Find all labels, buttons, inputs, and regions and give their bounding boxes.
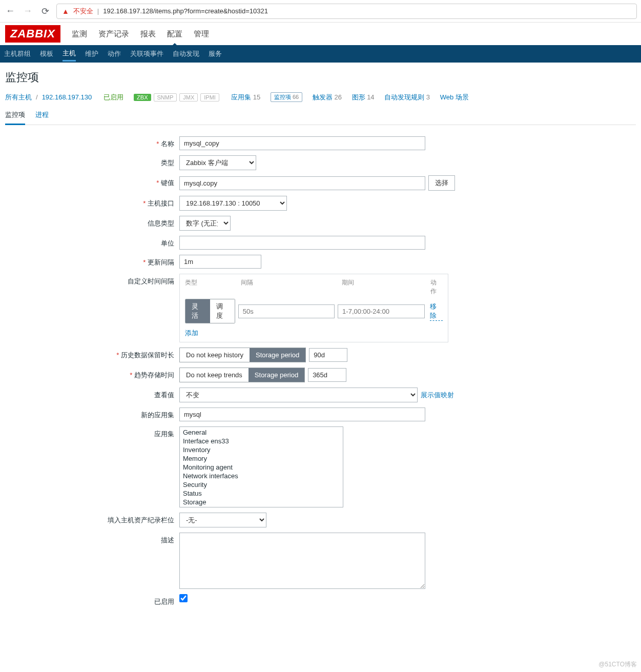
interval-type-toggle: 灵活 调度 [185,299,235,323]
top-nav: ZABBIX 监测 资产记录 报表 配置 管理 [0,23,641,45]
nav-configuration[interactable]: 配置 [167,29,182,39]
app-opt[interactable]: Status [182,489,341,498]
name-input[interactable] [179,136,425,150]
bc-items-count: 66 [293,94,299,100]
app-opt[interactable]: Storage [182,498,341,506]
tab-item[interactable]: 监控项 [5,110,25,125]
lbl-history: 历史数据保留时长 [26,348,179,360]
inventory-select[interactable]: -无- [179,513,266,527]
browser-bar: ← → ⟳ ▲ 不安全 | 192.168.197.128/items.php?… [0,0,641,23]
app-opt[interactable]: Zabbix raw items [182,506,341,507]
app-opt[interactable]: Memory [182,454,341,463]
app-opt[interactable]: Monitoring agent [182,463,341,472]
lbl-key: 键值 [26,175,179,188]
unit-input[interactable] [179,236,425,250]
tabs: 监控项 进程 [5,110,636,125]
tab-process[interactable]: 进程 [35,110,49,125]
bc-discovery-count: 3 [426,93,430,101]
breadcrumb: 所有主机 / 192.168.197.130 已启用 ZBX SNMP JMX … [5,92,636,102]
ci-remove-link[interactable]: 移除 [430,302,443,321]
subnav-templates[interactable]: 模板 [40,49,53,58]
bc-apps[interactable]: 应用集 [231,93,251,101]
app-opt[interactable]: General [182,428,341,437]
type-select[interactable]: Zabbix 客户端 [179,155,256,170]
history-nokeep[interactable]: Do not keep history [180,348,250,362]
url-text: 192.168.197.128/items.php?form=create&ho… [103,7,268,15]
update-input[interactable] [179,255,261,269]
sub-nav: 主机群组 模板 主机 维护 动作 关联项事件 自动发现 服务 [0,45,641,63]
forward-icon[interactable]: → [22,5,34,17]
reload-icon[interactable]: ⟳ [39,5,51,17]
trends-input[interactable] [308,368,346,382]
subnav-hosts[interactable]: 主机 [63,49,76,62]
history-toggle: Do not keep history Storage period [179,348,306,362]
lbl-newapp: 新的应用集 [26,408,179,420]
address-bar[interactable]: ▲ 不安全 | 192.168.197.128/items.php?form=c… [56,4,637,19]
ci-add-link[interactable]: 添加 [185,329,443,338]
lbl-enabled: 已启用 [26,594,179,606]
back-icon[interactable]: ← [4,5,16,17]
ih-interval: 间隔 [241,278,342,296]
lbl-apps: 应用集 [26,426,179,439]
nav-reports[interactable]: 报表 [140,29,156,39]
select-key-button[interactable]: 选择 [428,175,455,191]
bc-triggers[interactable]: 触发器 [313,93,333,101]
trends-storage[interactable]: Storage period [249,368,304,382]
history-input[interactable] [309,348,347,362]
logo[interactable]: ZABBIX [5,25,60,43]
insecure-label: 不安全 [73,7,93,16]
bc-graphs[interactable]: 图形 [352,93,365,101]
app-opt[interactable]: Network interfaces [182,472,341,480]
interval-box: 类型 间隔 期间 动作 灵活 调度 移除 添加 [179,274,448,342]
bc-graphs-count: 14 [367,93,374,101]
bc-host[interactable]: 192.168.197.130 [42,93,92,101]
ci-interval-input[interactable] [238,304,335,318]
lbl-unit: 单位 [26,236,179,248]
sched-toggle[interactable]: 调度 [210,299,235,323]
interface-select[interactable]: 192.168.197.130 : 10050 [179,196,287,211]
bc-items[interactable]: 监控项 [274,94,291,100]
subnav-actions[interactable]: 动作 [108,49,121,58]
nav-administration[interactable]: 管理 [194,29,209,39]
ih-action: 动作 [430,278,443,296]
app-opt[interactable]: Inventory [182,445,341,454]
ci-period-input[interactable] [338,304,425,318]
nav-inventory[interactable]: 资产记录 [98,29,129,39]
apps-listbox[interactable]: General Interface ens33 Inventory Memory… [179,426,343,507]
badge-jmx: JMX [179,93,198,101]
subnav-hostgroups[interactable]: 主机群组 [4,49,31,58]
bc-web[interactable]: Web 场景 [440,93,469,102]
enabled-checkbox[interactable] [179,594,188,602]
lbl-type: 类型 [26,155,179,168]
nav-monitoring[interactable]: 监测 [72,29,87,39]
bc-triggers-count: 26 [334,93,341,101]
newapp-input[interactable] [179,408,425,421]
desc-textarea[interactable] [179,533,425,589]
ih-type: 类型 [185,278,241,296]
viewvalue-select[interactable]: 不变 [179,388,418,402]
bc-discovery[interactable]: 自动发现规则 [384,93,424,101]
app-opt[interactable]: Interface ens33 [182,437,341,445]
subnav-correlation[interactable]: 关联项事件 [130,49,163,58]
lbl-name: 名称 [26,136,179,149]
history-storage[interactable]: Storage period [250,348,305,362]
key-input[interactable] [179,176,425,190]
flex-toggle[interactable]: 灵活 [185,299,210,323]
lbl-interface: 主机接口 [26,196,179,208]
ih-period: 期间 [342,278,430,296]
subnav-services[interactable]: 服务 [209,49,222,58]
badge-ipmi: IPMI [200,93,219,101]
lbl-viewvalue: 查看值 [26,388,179,400]
badge-zbx: ZBX [134,94,151,101]
subnav-maintenance[interactable]: 维护 [85,49,98,58]
lbl-trends: 趋势存储时间 [26,368,179,380]
trends-nokeep[interactable]: Do not keep trends [180,368,249,382]
bc-all-hosts[interactable]: 所有主机 [5,93,32,102]
lbl-desc: 描述 [26,533,179,545]
app-opt[interactable]: Security [182,480,341,489]
lbl-custom-interval: 自定义时间间隔 [26,274,179,286]
infotype-select[interactable]: 数字 (无正负) [179,216,231,231]
show-valuemap-link[interactable]: 展示值映射 [421,391,454,400]
subnav-discovery[interactable]: 自动发现 [173,49,199,58]
url-separator: | [97,7,99,15]
